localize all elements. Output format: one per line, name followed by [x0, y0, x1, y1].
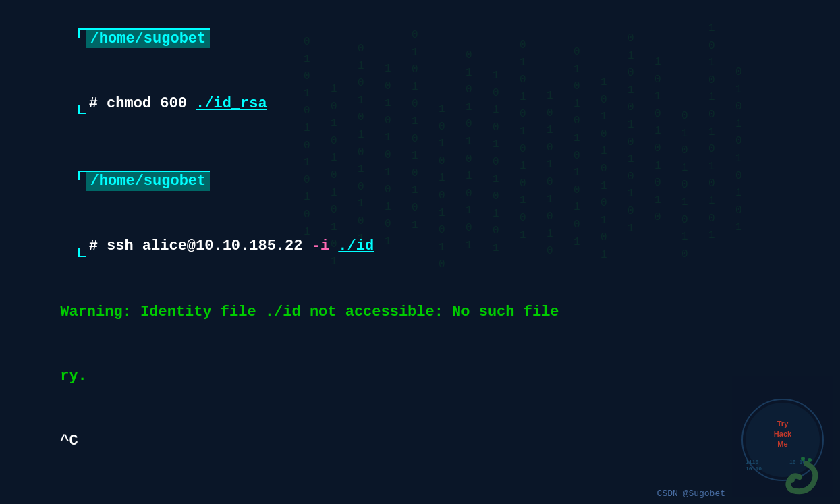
- cmd-chmod: chmod 600: [107, 95, 196, 112]
- prompt-line-2: /home/sugobet: [7, 149, 840, 214]
- hash-symbol-1: #: [89, 95, 107, 112]
- svg-text:10 10: 10 10: [746, 466, 762, 472]
- cmd-flag-i-1: -i: [312, 237, 329, 254]
- bracket-top-left-1: [78, 28, 86, 38]
- prompt-path-1: /home/sugobet: [86, 28, 211, 49]
- watermark: CSDN @Sugobet: [657, 488, 725, 499]
- svg-text:Me: Me: [777, 440, 787, 448]
- prompt-path-2: /home/sugobet: [86, 171, 211, 191]
- warning-line-2: ry.: [7, 344, 840, 409]
- cmd-ssh-1: ssh alice@10.10.185.22: [107, 237, 312, 254]
- cmd-space-1: [329, 237, 338, 254]
- command-line-2: # ssh alice@10.10.185.22 -i ./id: [7, 214, 840, 279]
- prompt-group-1: /home/sugobet # chmod 600 ./id_rsa: [7, 7, 840, 136]
- svg-point-10: [808, 458, 812, 462]
- bracket-bottom-left-2: [78, 248, 86, 257]
- warning-text-2: ry.: [60, 368, 87, 385]
- terminal-content: /home/sugobet # chmod 600 ./id_rsa /home…: [7, 7, 840, 504]
- hackme-logo: Try Hack Me 1110 10 10 10 10: [732, 376, 833, 497]
- svg-point-9: [788, 476, 795, 483]
- svg-text:Try: Try: [777, 420, 789, 428]
- empty-line-1: [7, 137, 840, 149]
- svg-text:1110: 1110: [746, 459, 758, 465]
- bracket-top-left-2: [78, 171, 86, 180]
- command-line-1: # chmod 600 ./id_rsa: [7, 72, 840, 136]
- cmd-arg-id: ./id: [338, 237, 374, 254]
- prompt-group-2: /home/sugobet # ssh alice@10.10.185.22 -…: [7, 149, 840, 278]
- warning-text-1: Warning: Identity file ./id not accessib…: [60, 304, 559, 320]
- bracket-bottom-left-1: [78, 105, 86, 114]
- ctrl-c-line: ^C: [7, 409, 840, 474]
- prompt-line-1: /home/sugobet: [7, 7, 840, 72]
- svg-point-11: [801, 457, 805, 461]
- cmd-arg-idrsa-1: ./id_rsa: [196, 95, 267, 112]
- terminal-window: 010101010101 10101010101 010101010101 10…: [0, 0, 840, 504]
- warning-line-1: Warning: Identity file ./id not accessib…: [7, 280, 840, 345]
- empty-line-2: [7, 474, 840, 486]
- hash-symbol-2: #: [89, 237, 107, 254]
- ctrl-c-text: ^C: [60, 432, 78, 449]
- svg-text:Hack: Hack: [774, 430, 792, 438]
